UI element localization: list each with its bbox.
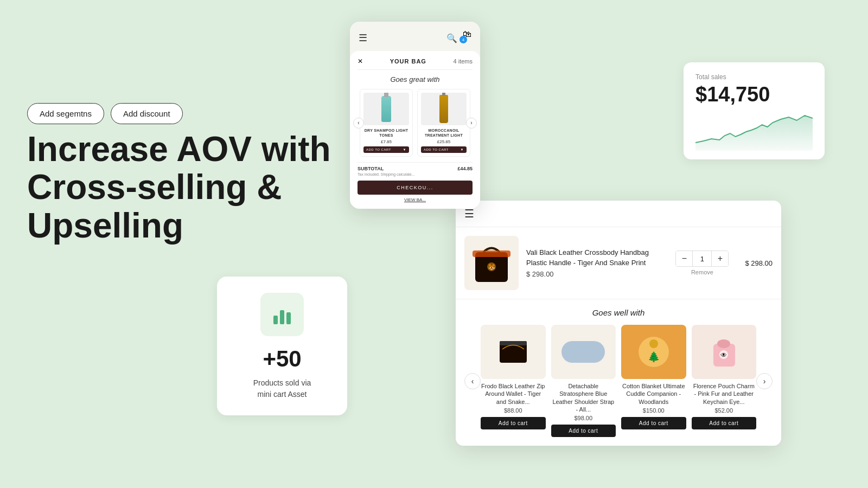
product-grid-wrapper: DRY SHAMPOO LIGHT TONES £7.85 ADD TO CAR… (358, 89, 473, 157)
tax-note: Tax included. Shipping calculate... (358, 172, 473, 176)
product-name-2: MOROCCANOIL TREATMENT LIGHT (421, 128, 467, 138)
bag-icon-wrapper[interactable]: 🛍 4 (463, 29, 471, 47)
svg-point-10 (717, 339, 730, 348)
moroccanoil-bottle (439, 95, 448, 123)
bar-3 (286, 312, 291, 324)
cart-item-name: Vali Black Leather Crossbody Handbag Pla… (526, 248, 668, 267)
main-cart: ☰ 🐯 Vali Black Leather Crossbody Handbag… (456, 201, 781, 446)
product-img-2 (421, 93, 467, 125)
svg-text:🌲: 🌲 (648, 351, 660, 363)
shampoo-bottle (381, 96, 391, 122)
subtotal-row: SUBTOTAL £44.85 (358, 162, 473, 172)
product-carousel: ‹ Frodo Black Leather Zip Around Wallet … (464, 325, 773, 437)
subtotal-label: SUBTOTAL (358, 166, 384, 171)
hero-section: Increase AOV with Cross-selling & Upsell… (27, 130, 331, 266)
stat-card: +50 Products sold via mini cart Asset (217, 277, 347, 415)
qty-controls: − + (675, 251, 729, 267)
product-price-1: £7.85 (363, 139, 409, 144)
product-img-lg-4: 👁 (692, 325, 757, 379)
pouch-svg: 👁 (709, 333, 739, 371)
carousel-left-btn[interactable]: ‹ (464, 373, 481, 389)
carousel-right-btn[interactable]: › (756, 373, 773, 389)
product-img-1 (363, 93, 409, 125)
total-sales-value: $14,750 (695, 83, 813, 106)
cart-header: ✕ YOUR BAG 4 items (358, 57, 473, 70)
subtotal-amount: £44.85 (457, 166, 473, 171)
product-price-lg-4: $52.00 (692, 407, 757, 414)
bar-chart-icon (273, 305, 291, 324)
goes-well-title: Goes well with (464, 308, 773, 317)
stat-number: +50 (230, 346, 334, 372)
remove-link[interactable]: Remove (675, 269, 729, 275)
add-cart-btn-lg-2[interactable]: Add to cart (551, 425, 616, 437)
stat-icon-box (260, 293, 304, 336)
product-name-lg-2: Detachable Stratosphere Blue Leather Sho… (551, 382, 616, 413)
handbag-svg: 🐯 (470, 239, 513, 287)
cart-item-row: 🐯 Vali Black Leather Crossbody Handbag P… (456, 227, 781, 299)
mobile-header: ☰ 🔍 🛍 4 (350, 22, 480, 51)
product-price-lg-2: $98.00 (551, 415, 616, 421)
hero-title: Increase AOV with Cross-selling & Upsell… (27, 130, 331, 245)
product-name-lg-1: Frodo Black Leather Zip Around Wallet - … (481, 382, 546, 406)
svg-text:👁: 👁 (720, 351, 727, 359)
cart-item-price: $ 298.00 (526, 270, 668, 278)
checkout-button[interactable]: CHECKOU... (358, 181, 473, 195)
bar-2 (280, 310, 284, 324)
product-name-lg-3: Cotton Blanket Ultimate Cuddle Companion… (621, 382, 686, 406)
add-cart-btn-lg-4[interactable]: Add to cart (692, 417, 757, 429)
search-icon[interactable]: 🔍 (446, 33, 457, 43)
blanket-svg: 🌲 (635, 333, 673, 371)
bar-1 (273, 316, 278, 324)
cart-items-count: 4 items (454, 58, 473, 65)
product-name-lg-4: Florence Pouch Charm - Pink Fur and Leat… (692, 382, 757, 406)
product-img-lg-1 (481, 325, 546, 379)
hamburger-lg-icon[interactable]: ☰ (464, 207, 474, 220)
products-row: Frodo Black Leather Zip Around Wallet - … (481, 325, 756, 437)
goes-great-title: Goes great with (358, 75, 473, 84)
stat-label: Products sold via mini cart Asset (230, 377, 334, 400)
product-price-lg-3: $150.00 (621, 407, 686, 414)
qty-minus-button[interactable]: − (676, 251, 692, 266)
add-to-cart-btn-1[interactable]: ADD TO CART ▼ (363, 146, 409, 153)
goes-well-section: Goes well with ‹ Frodo Black Leather Zip… (456, 299, 781, 446)
qty-input[interactable] (692, 251, 712, 266)
qty-controls-wrapper: − + Remove (675, 251, 729, 275)
add-segments-button[interactable]: Add segemtns (27, 103, 104, 124)
svg-text:🐯: 🐯 (488, 264, 495, 271)
carousel-prev-btn[interactable]: ‹ (353, 118, 364, 129)
close-icon[interactable]: ✕ (358, 57, 363, 65)
qty-plus-button[interactable]: + (712, 251, 728, 266)
product-img-lg-3: 🌲 (621, 325, 686, 379)
product-card-lg-1: Frodo Black Leather Zip Around Wallet - … (481, 325, 546, 437)
mini-cart-mobile: ☰ 🔍 🛍 4 ✕ YOUR BAG 4 items Goes great wi… (350, 22, 480, 209)
carousel-next-btn[interactable]: › (466, 118, 477, 129)
product-price-2: £25.85 (421, 139, 467, 144)
product-card-lg-3: 🌲 Cotton Blanket Ultimate Cuddle Compani… (621, 325, 686, 437)
product-card-lg-4: 👁 Florence Pouch Charm - Pink Fur and Le… (692, 325, 757, 437)
svg-rect-1 (473, 251, 510, 257)
cart-title: YOUR BAG (390, 58, 426, 65)
header-icons: 🔍 🛍 4 (446, 29, 471, 47)
total-sales-card: Total sales $14,750 (684, 62, 825, 159)
product-card-sm-2: MOROCCANOIL TREATMENT LIGHT £25.85 ADD T… (417, 89, 470, 157)
add-to-cart-btn-2[interactable]: ADD TO CART ▼ (421, 146, 467, 153)
cart-item-total: $ 298.00 (745, 259, 773, 267)
sparkline-container (695, 113, 813, 151)
add-cart-btn-lg-1[interactable]: Add to cart (481, 417, 546, 429)
product-thumb: 🐯 (464, 236, 519, 290)
add-discount-button[interactable]: Add discount (111, 103, 183, 124)
strap-img (561, 341, 605, 363)
hamburger-icon[interactable]: ☰ (359, 32, 367, 44)
cart-item-details: Vali Black Leather Crossbody Handbag Pla… (526, 248, 668, 278)
cart-panel: ✕ YOUR BAG 4 items Goes great with DRY S… (350, 51, 480, 209)
bag-badge: 4 (459, 36, 467, 43)
wallet-svg (497, 333, 529, 371)
product-price-lg-1: $88.00 (481, 407, 546, 414)
product-img-lg-2 (551, 325, 616, 379)
add-cart-btn-lg-3[interactable]: Add to cart (621, 417, 686, 429)
button-row: Add segemtns Add discount (27, 103, 183, 124)
product-card-lg-2: Detachable Stratosphere Blue Leather Sho… (551, 325, 616, 437)
svg-point-7 (649, 339, 658, 348)
view-bag-link[interactable]: VIEW BA... (358, 197, 473, 202)
product-grid: DRY SHAMPOO LIGHT TONES £7.85 ADD TO CAR… (360, 89, 470, 157)
